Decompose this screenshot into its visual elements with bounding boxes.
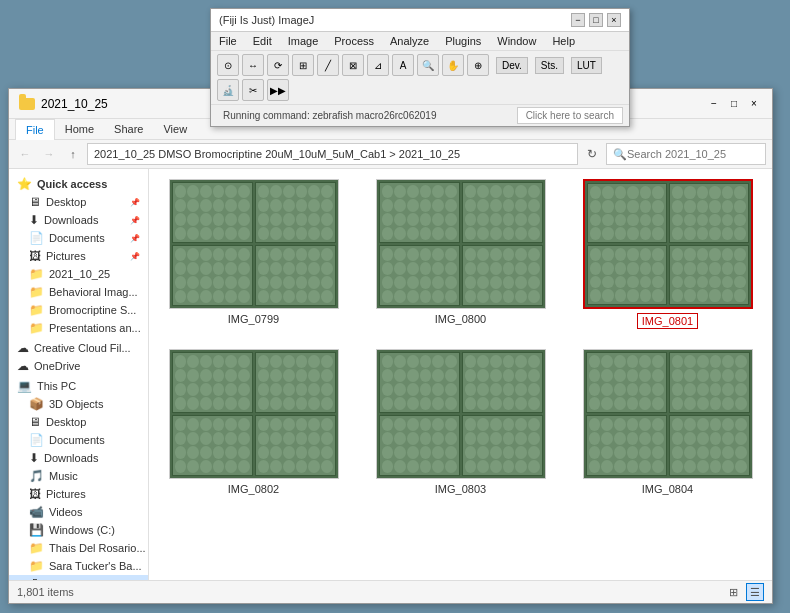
file-item-img0800[interactable]: IMG_0800 bbox=[372, 179, 549, 329]
pin-icon-3: 📌 bbox=[130, 234, 140, 243]
file-item-img0803[interactable]: IMG_0803 bbox=[372, 349, 549, 495]
fiji-tool-rectangle[interactable]: ⊙ bbox=[217, 54, 239, 76]
fiji-tool-polygon[interactable]: ⟳ bbox=[267, 54, 289, 76]
file-item-img0804[interactable]: IMG_0804 bbox=[579, 349, 756, 495]
search-input[interactable] bbox=[627, 148, 757, 160]
sidebar-item-downloads-pinned[interactable]: ⬇ Downloads 📌 bbox=[9, 211, 148, 229]
fiji-tool-wand[interactable]: ⊕ bbox=[467, 54, 489, 76]
sidebar-label-windows-c: Windows (C:) bbox=[49, 524, 115, 536]
sidebar-item-sara[interactable]: 📁 Sara Tucker's Ba... bbox=[9, 557, 148, 575]
fiji-menu-plugins[interactable]: Plugins bbox=[441, 34, 485, 48]
search-box[interactable]: 🔍 bbox=[606, 143, 766, 165]
sidebar-item-videos[interactable]: 📹 Videos bbox=[9, 503, 148, 521]
sidebar-item-pictures[interactable]: 🖼 Pictures bbox=[9, 485, 148, 503]
file-label-img0804: IMG_0804 bbox=[642, 483, 693, 495]
sidebar-label-quick-access: Quick access bbox=[37, 178, 107, 190]
downloads2-icon: ⬇ bbox=[29, 451, 39, 465]
fiji-tool-ellipse[interactable]: ↔ bbox=[242, 54, 264, 76]
file-label-img0799: IMG_0799 bbox=[228, 313, 279, 325]
sidebar-label-3d: 3D Objects bbox=[49, 398, 103, 410]
status-bar: 1,801 items ⊞ ☰ bbox=[9, 580, 772, 603]
sidebar-item-desktop[interactable]: 🖥 Desktop bbox=[9, 413, 148, 431]
fiji-tool-hand[interactable]: ✋ bbox=[442, 54, 464, 76]
sidebar-item-presentations[interactable]: 📁 Presentations an... bbox=[9, 319, 148, 337]
fiji-maximize-button[interactable]: □ bbox=[589, 13, 603, 27]
fiji-tool-arrow[interactable]: ⊠ bbox=[342, 54, 364, 76]
thais-icon: 📁 bbox=[29, 541, 44, 555]
sidebar-item-creative-cloud[interactable]: ☁ Creative Cloud Fil... bbox=[9, 339, 148, 357]
sidebar-label-pictures: Pictures bbox=[46, 250, 86, 262]
ribbon-tab-view[interactable]: View bbox=[153, 119, 197, 139]
sidebar-item-quick-access[interactable]: ⭐ Quick access bbox=[9, 175, 148, 193]
explorer-close-button[interactable]: × bbox=[746, 96, 762, 112]
sidebar-item-behavioral[interactable]: 📁 Behavioral Imag... bbox=[9, 283, 148, 301]
fiji-menu-window[interactable]: Window bbox=[493, 34, 540, 48]
sidebar-item-bromocriptine[interactable]: 📁 Bromocriptine S... bbox=[9, 301, 148, 319]
sidebar-label-downloads2: Downloads bbox=[44, 452, 98, 464]
sidebar-item-thais[interactable]: 📁 Thais Del Rosario... bbox=[9, 539, 148, 557]
sidebar-label-music: Music bbox=[49, 470, 78, 482]
sidebar-label-videos: Videos bbox=[49, 506, 82, 518]
documents2-icon: 📄 bbox=[29, 433, 44, 447]
back-button[interactable]: ← bbox=[15, 144, 35, 164]
fiji-sts-button[interactable]: Sts. bbox=[535, 57, 564, 74]
fiji-menu-process[interactable]: Process bbox=[330, 34, 378, 48]
sidebar-item-pictures-pinned[interactable]: 🖼 Pictures 📌 bbox=[9, 247, 148, 265]
refresh-button[interactable]: ↻ bbox=[582, 144, 602, 164]
fiji-tool-line[interactable]: ╱ bbox=[317, 54, 339, 76]
file-item-img0802[interactable]: IMG_0802 bbox=[165, 349, 342, 495]
forward-button[interactable]: → bbox=[39, 144, 59, 164]
pictures-icon: 🖼 bbox=[29, 249, 41, 263]
content-area[interactable]: IMG_0799 bbox=[149, 169, 772, 580]
file-item-img0801[interactable]: IMG_0801 bbox=[579, 179, 756, 329]
fiji-minimize-button[interactable]: − bbox=[571, 13, 585, 27]
fiji-tool-point[interactable]: ⊿ bbox=[367, 54, 389, 76]
fiji-menu-file[interactable]: File bbox=[215, 34, 241, 48]
onedrive-icon: ☁ bbox=[17, 359, 29, 373]
sidebar-item-3d-objects[interactable]: 📦 3D Objects bbox=[9, 395, 148, 413]
fiji-tool-freehand[interactable]: ⊞ bbox=[292, 54, 314, 76]
fiji-search-box[interactable]: Click here to search bbox=[517, 107, 623, 124]
fiji-tool-extra3[interactable]: ▶▶ bbox=[267, 79, 289, 101]
large-icons-view-button[interactable]: ⊞ bbox=[724, 583, 742, 601]
sidebar-item-this-pc[interactable]: 💻 This PC bbox=[9, 377, 148, 395]
ribbon-tab-share[interactable]: Share bbox=[104, 119, 153, 139]
sidebar-item-onedrive[interactable]: ☁ OneDrive bbox=[9, 357, 148, 375]
explorer-minimize-button[interactable]: − bbox=[706, 96, 722, 112]
sidebar-item-music[interactable]: 🎵 Music bbox=[9, 467, 148, 485]
sidebar: ⭐ Quick access 🖥 Desktop 📌 ⬇ Downloads 📌… bbox=[9, 169, 149, 580]
sidebar-item-windows-c[interactable]: 💾 Windows (C:) bbox=[9, 521, 148, 539]
fiji-menu-analyze[interactable]: Analyze bbox=[386, 34, 433, 48]
sidebar-item-documents[interactable]: 📄 Documents bbox=[9, 431, 148, 449]
fiji-tool-extra2[interactable]: ✂ bbox=[242, 79, 264, 101]
sidebar-label-documents: Documents bbox=[49, 232, 105, 244]
sidebar-item-downloads[interactable]: ⬇ Downloads bbox=[9, 449, 148, 467]
fiji-tool-extra1[interactable]: 🔬 bbox=[217, 79, 239, 101]
fiji-menu-help[interactable]: Help bbox=[548, 34, 579, 48]
fiji-menu-image[interactable]: Image bbox=[284, 34, 323, 48]
up-button[interactable]: ↑ bbox=[63, 144, 83, 164]
explorer-win-controls: − □ × bbox=[706, 96, 762, 112]
sidebar-section-thispc: 💻 This PC 📦 3D Objects 🖥 Desktop 📄 Docum… bbox=[9, 377, 148, 580]
fiji-menu-edit[interactable]: Edit bbox=[249, 34, 276, 48]
sidebar-item-desktop-pinned[interactable]: 🖥 Desktop 📌 bbox=[9, 193, 148, 211]
fiji-lut-button[interactable]: LUT bbox=[571, 57, 602, 74]
ribbon-tab-home[interactable]: Home bbox=[55, 119, 104, 139]
explorer-maximize-button[interactable]: □ bbox=[726, 96, 742, 112]
address-path-text: 2021_10_25 DMSO Bromocriptine 20uM_10uM_… bbox=[94, 148, 460, 160]
sidebar-item-documents-pinned[interactable]: 📄 Documents 📌 bbox=[9, 229, 148, 247]
fiji-dev-button[interactable]: Dev. bbox=[496, 57, 528, 74]
file-item-img0799[interactable]: IMG_0799 bbox=[165, 179, 342, 329]
fiji-toolbar: ⊙ ↔ ⟳ ⊞ ╱ ⊠ ⊿ A 🔍 ✋ ⊕ Dev. Sts. LUT 🔬 ✂ … bbox=[211, 51, 629, 105]
sidebar-item-2021-folder[interactable]: 📁 2021_10_25 bbox=[9, 265, 148, 283]
sidebar-label-desktop: Desktop bbox=[46, 196, 86, 208]
fiji-close-button[interactable]: × bbox=[607, 13, 621, 27]
ribbon-tab-file[interactable]: File bbox=[15, 119, 55, 140]
details-view-button[interactable]: ☰ bbox=[746, 583, 764, 601]
address-path[interactable]: 2021_10_25 DMSO Bromocriptine 20uM_10uM_… bbox=[87, 143, 578, 165]
fiji-tool-text[interactable]: A bbox=[392, 54, 414, 76]
fiji-tool-zoom[interactable]: 🔍 bbox=[417, 54, 439, 76]
view-controls: ⊞ ☰ bbox=[724, 583, 764, 601]
fiji-titlebar: (Fiji Is Just) ImageJ − □ × bbox=[211, 9, 629, 32]
folder-behavioral-icon: 📁 bbox=[29, 285, 44, 299]
